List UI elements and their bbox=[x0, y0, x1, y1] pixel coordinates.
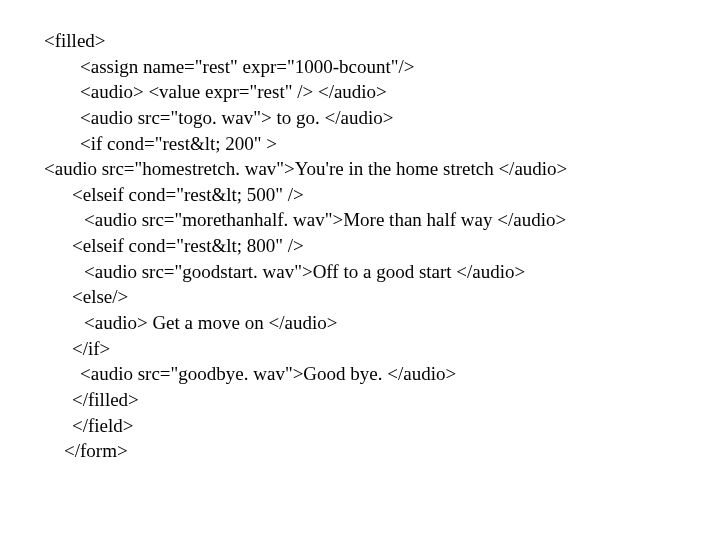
code-line: <filled> bbox=[44, 28, 720, 54]
code-line: <assign name="rest" expr="1000-bcount"/> bbox=[44, 54, 720, 80]
code-line: </field> bbox=[44, 413, 720, 439]
code-line: </if> bbox=[44, 336, 720, 362]
code-line: <else/> bbox=[44, 284, 720, 310]
code-line: <audio src="morethanhalf. wav">More than… bbox=[44, 207, 720, 233]
code-line: <audio src="homestretch. wav">You're in … bbox=[44, 156, 720, 182]
code-line: <audio> <value expr="rest" /> </audio> bbox=[44, 79, 720, 105]
code-line: </filled> bbox=[44, 387, 720, 413]
code-line: <audio src="togo. wav"> to go. </audio> bbox=[44, 105, 720, 131]
code-line: </form> bbox=[44, 438, 720, 464]
code-block: <filled> <assign name="rest" expr="1000-… bbox=[0, 0, 720, 464]
code-line: <audio> Get a move on </audio> bbox=[44, 310, 720, 336]
code-line: <audio src="goodstart. wav">Off to a goo… bbox=[44, 259, 720, 285]
code-line: <elseif cond="rest&lt; 500" /> bbox=[44, 182, 720, 208]
code-line: <if cond="rest&lt; 200" > bbox=[44, 131, 720, 157]
code-line: <audio src="goodbye. wav">Good bye. </au… bbox=[44, 361, 720, 387]
code-line: <elseif cond="rest&lt; 800" /> bbox=[44, 233, 720, 259]
